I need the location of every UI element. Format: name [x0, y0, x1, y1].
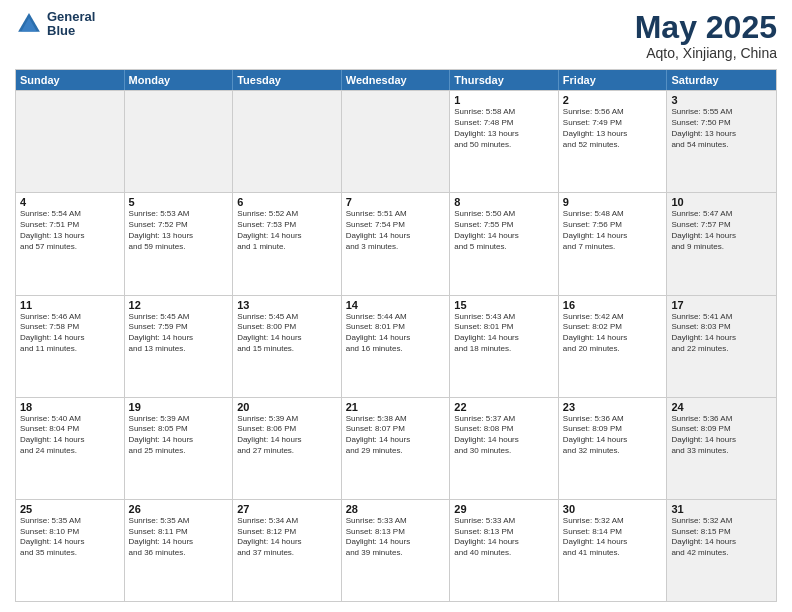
calendar-week: 4Sunrise: 5:54 AM Sunset: 7:51 PM Daylig…	[16, 192, 776, 294]
day-number: 28	[346, 503, 446, 515]
calendar-cell: 23Sunrise: 5:36 AM Sunset: 8:09 PM Dayli…	[559, 398, 668, 499]
cell-text: Sunrise: 5:51 AM Sunset: 7:54 PM Dayligh…	[346, 209, 446, 252]
calendar-cell: 1Sunrise: 5:58 AM Sunset: 7:48 PM Daylig…	[450, 91, 559, 192]
cell-text: Sunrise: 5:35 AM Sunset: 8:10 PM Dayligh…	[20, 516, 120, 559]
day-number: 8	[454, 196, 554, 208]
cell-text: Sunrise: 5:46 AM Sunset: 7:58 PM Dayligh…	[20, 312, 120, 355]
cell-text: Sunrise: 5:36 AM Sunset: 8:09 PM Dayligh…	[671, 414, 772, 457]
day-number: 29	[454, 503, 554, 515]
cell-text: Sunrise: 5:36 AM Sunset: 8:09 PM Dayligh…	[563, 414, 663, 457]
cell-text: Sunrise: 5:39 AM Sunset: 8:06 PM Dayligh…	[237, 414, 337, 457]
day-number: 3	[671, 94, 772, 106]
day-number: 6	[237, 196, 337, 208]
calendar-cell: 3Sunrise: 5:55 AM Sunset: 7:50 PM Daylig…	[667, 91, 776, 192]
logo: General Blue	[15, 10, 95, 39]
day-number: 4	[20, 196, 120, 208]
cell-text: Sunrise: 5:43 AM Sunset: 8:01 PM Dayligh…	[454, 312, 554, 355]
cell-text: Sunrise: 5:56 AM Sunset: 7:49 PM Dayligh…	[563, 107, 663, 150]
calendar-cell: 29Sunrise: 5:33 AM Sunset: 8:13 PM Dayli…	[450, 500, 559, 601]
cell-text: Sunrise: 5:47 AM Sunset: 7:57 PM Dayligh…	[671, 209, 772, 252]
calendar-cell: 17Sunrise: 5:41 AM Sunset: 8:03 PM Dayli…	[667, 296, 776, 397]
calendar-cell: 27Sunrise: 5:34 AM Sunset: 8:12 PM Dayli…	[233, 500, 342, 601]
day-number: 5	[129, 196, 229, 208]
calendar-body: 1Sunrise: 5:58 AM Sunset: 7:48 PM Daylig…	[16, 90, 776, 601]
cell-text: Sunrise: 5:33 AM Sunset: 8:13 PM Dayligh…	[454, 516, 554, 559]
cell-text: Sunrise: 5:45 AM Sunset: 8:00 PM Dayligh…	[237, 312, 337, 355]
calendar-cell: 11Sunrise: 5:46 AM Sunset: 7:58 PM Dayli…	[16, 296, 125, 397]
day-number: 27	[237, 503, 337, 515]
day-number: 12	[129, 299, 229, 311]
calendar-cell: 16Sunrise: 5:42 AM Sunset: 8:02 PM Dayli…	[559, 296, 668, 397]
logo-text: General Blue	[47, 10, 95, 39]
cell-text: Sunrise: 5:37 AM Sunset: 8:08 PM Dayligh…	[454, 414, 554, 457]
calendar-header-row: SundayMondayTuesdayWednesdayThursdayFrid…	[16, 70, 776, 90]
calendar-cell: 15Sunrise: 5:43 AM Sunset: 8:01 PM Dayli…	[450, 296, 559, 397]
day-number: 15	[454, 299, 554, 311]
calendar-cell	[16, 91, 125, 192]
cell-text: Sunrise: 5:32 AM Sunset: 8:14 PM Dayligh…	[563, 516, 663, 559]
calendar-week: 1Sunrise: 5:58 AM Sunset: 7:48 PM Daylig…	[16, 90, 776, 192]
cell-text: Sunrise: 5:35 AM Sunset: 8:11 PM Dayligh…	[129, 516, 229, 559]
calendar-cell: 19Sunrise: 5:39 AM Sunset: 8:05 PM Dayli…	[125, 398, 234, 499]
subtitle: Aqto, Xinjiang, China	[635, 45, 777, 61]
cell-text: Sunrise: 5:53 AM Sunset: 7:52 PM Dayligh…	[129, 209, 229, 252]
calendar-cell: 2Sunrise: 5:56 AM Sunset: 7:49 PM Daylig…	[559, 91, 668, 192]
day-number: 30	[563, 503, 663, 515]
calendar-cell: 8Sunrise: 5:50 AM Sunset: 7:55 PM Daylig…	[450, 193, 559, 294]
cell-text: Sunrise: 5:48 AM Sunset: 7:56 PM Dayligh…	[563, 209, 663, 252]
calendar: SundayMondayTuesdayWednesdayThursdayFrid…	[15, 69, 777, 602]
calendar-cell: 10Sunrise: 5:47 AM Sunset: 7:57 PM Dayli…	[667, 193, 776, 294]
cell-text: Sunrise: 5:42 AM Sunset: 8:02 PM Dayligh…	[563, 312, 663, 355]
calendar-header-cell: Wednesday	[342, 70, 451, 90]
cell-text: Sunrise: 5:58 AM Sunset: 7:48 PM Dayligh…	[454, 107, 554, 150]
calendar-cell: 25Sunrise: 5:35 AM Sunset: 8:10 PM Dayli…	[16, 500, 125, 601]
cell-text: Sunrise: 5:50 AM Sunset: 7:55 PM Dayligh…	[454, 209, 554, 252]
logo-line2: Blue	[47, 24, 95, 38]
calendar-header-cell: Thursday	[450, 70, 559, 90]
calendar-cell	[125, 91, 234, 192]
cell-text: Sunrise: 5:40 AM Sunset: 8:04 PM Dayligh…	[20, 414, 120, 457]
calendar-week: 11Sunrise: 5:46 AM Sunset: 7:58 PM Dayli…	[16, 295, 776, 397]
day-number: 24	[671, 401, 772, 413]
calendar-cell: 22Sunrise: 5:37 AM Sunset: 8:08 PM Dayli…	[450, 398, 559, 499]
calendar-cell: 24Sunrise: 5:36 AM Sunset: 8:09 PM Dayli…	[667, 398, 776, 499]
calendar-cell: 12Sunrise: 5:45 AM Sunset: 7:59 PM Dayli…	[125, 296, 234, 397]
calendar-cell: 26Sunrise: 5:35 AM Sunset: 8:11 PM Dayli…	[125, 500, 234, 601]
day-number: 10	[671, 196, 772, 208]
calendar-cell: 5Sunrise: 5:53 AM Sunset: 7:52 PM Daylig…	[125, 193, 234, 294]
calendar-cell: 14Sunrise: 5:44 AM Sunset: 8:01 PM Dayli…	[342, 296, 451, 397]
calendar-week: 18Sunrise: 5:40 AM Sunset: 8:04 PM Dayli…	[16, 397, 776, 499]
cell-text: Sunrise: 5:55 AM Sunset: 7:50 PM Dayligh…	[671, 107, 772, 150]
day-number: 7	[346, 196, 446, 208]
cell-text: Sunrise: 5:45 AM Sunset: 7:59 PM Dayligh…	[129, 312, 229, 355]
day-number: 26	[129, 503, 229, 515]
day-number: 19	[129, 401, 229, 413]
day-number: 25	[20, 503, 120, 515]
calendar-cell: 18Sunrise: 5:40 AM Sunset: 8:04 PM Dayli…	[16, 398, 125, 499]
cell-text: Sunrise: 5:38 AM Sunset: 8:07 PM Dayligh…	[346, 414, 446, 457]
day-number: 20	[237, 401, 337, 413]
logo-icon	[15, 10, 43, 38]
calendar-cell: 7Sunrise: 5:51 AM Sunset: 7:54 PM Daylig…	[342, 193, 451, 294]
logo-line1: General	[47, 10, 95, 24]
calendar-cell	[342, 91, 451, 192]
calendar-week: 25Sunrise: 5:35 AM Sunset: 8:10 PM Dayli…	[16, 499, 776, 601]
cell-text: Sunrise: 5:54 AM Sunset: 7:51 PM Dayligh…	[20, 209, 120, 252]
header: General Blue May 2025 Aqto, Xinjiang, Ch…	[15, 10, 777, 61]
day-number: 9	[563, 196, 663, 208]
cell-text: Sunrise: 5:39 AM Sunset: 8:05 PM Dayligh…	[129, 414, 229, 457]
day-number: 22	[454, 401, 554, 413]
cell-text: Sunrise: 5:32 AM Sunset: 8:15 PM Dayligh…	[671, 516, 772, 559]
calendar-header-cell: Monday	[125, 70, 234, 90]
day-number: 18	[20, 401, 120, 413]
calendar-cell	[233, 91, 342, 192]
day-number: 23	[563, 401, 663, 413]
calendar-header-cell: Friday	[559, 70, 668, 90]
calendar-cell: 20Sunrise: 5:39 AM Sunset: 8:06 PM Dayli…	[233, 398, 342, 499]
day-number: 14	[346, 299, 446, 311]
calendar-header-cell: Sunday	[16, 70, 125, 90]
calendar-cell: 4Sunrise: 5:54 AM Sunset: 7:51 PM Daylig…	[16, 193, 125, 294]
cell-text: Sunrise: 5:41 AM Sunset: 8:03 PM Dayligh…	[671, 312, 772, 355]
day-number: 11	[20, 299, 120, 311]
cell-text: Sunrise: 5:33 AM Sunset: 8:13 PM Dayligh…	[346, 516, 446, 559]
